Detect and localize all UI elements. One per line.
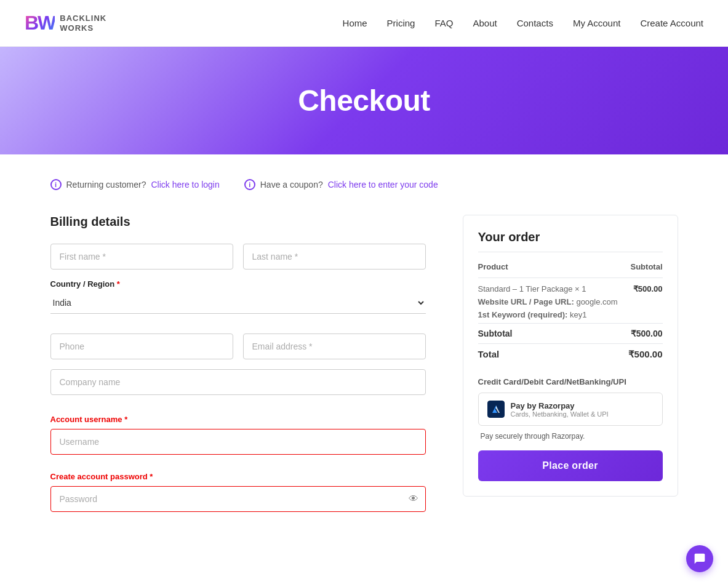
order-title: Your order — [478, 230, 663, 252]
nav-my-account[interactable]: My Account — [573, 18, 621, 28]
returning-text: Returning customer? — [66, 180, 146, 190]
nav-links: Home Pricing FAQ About Contacts My Accou… — [343, 18, 703, 29]
country-select[interactable]: India — [50, 292, 426, 314]
country-label: Country / Region * — [50, 279, 426, 289]
password-group: Create account password * 👁 — [50, 467, 426, 512]
first-name-group — [50, 244, 233, 270]
subtotal-label: Subtotal — [478, 329, 513, 338]
navbar: BW BACKLINK WORKS Home Pricing FAQ About… — [0, 0, 728, 47]
nav-pricing[interactable]: Pricing — [387, 18, 415, 28]
subtotal-value: ₹500.00 — [631, 329, 663, 338]
payment-label: Credit Card/Debit Card/NetBanking/UPI — [478, 377, 663, 386]
total-row: Total ₹500.00 — [478, 343, 663, 365]
billing-section: Billing details Country / Region * India — [50, 215, 426, 512]
place-order-button[interactable]: Place order — [478, 450, 663, 481]
email-group — [243, 333, 426, 359]
keyword-row: 1st Keyword (required): key1 — [478, 310, 663, 319]
page-title: Checkout — [298, 84, 430, 118]
first-name-input[interactable] — [50, 244, 233, 270]
pay-secure-text: Pay securely through Razorpay. — [478, 432, 663, 441]
billing-title: Billing details — [50, 215, 426, 229]
info-bars: i Returning customer? Click here to logi… — [50, 179, 678, 190]
website-url-row: Website URL / Page URL: google.com — [478, 297, 663, 306]
total-value: ₹500.00 — [628, 349, 663, 360]
username-group: Account username * — [50, 410, 426, 455]
order-box: Your order Product Subtotal Standard – 1… — [463, 215, 678, 497]
payment-section: Credit Card/Debit Card/NetBanking/UPI Pa… — [478, 377, 663, 481]
col-product: Product — [478, 262, 508, 271]
info-icon-returning: i — [50, 179, 62, 190]
col-subtotal: Subtotal — [631, 262, 663, 271]
website-url-label: Website URL / Page URL: google.com — [478, 297, 618, 306]
logo-text: BACKLINK WORKS — [60, 14, 106, 33]
razorpay-icon — [487, 401, 505, 418]
nav-contacts[interactable]: Contacts — [517, 18, 553, 28]
nav-faq[interactable]: FAQ — [434, 18, 453, 28]
logo-icon: BW — [25, 12, 55, 34]
svg-rect-0 — [487, 401, 505, 418]
product-price: ₹500.00 — [633, 284, 663, 294]
phone-group — [50, 333, 233, 359]
password-label: Create account password * — [50, 472, 426, 481]
total-label: Total — [478, 349, 500, 360]
product-name: Standard – 1 Tier Package × 1 — [478, 284, 586, 294]
razorpay-info: Pay by Razorpay Cards, Netbanking, Walle… — [511, 401, 609, 418]
toggle-password-icon[interactable]: 👁 — [409, 493, 418, 505]
nav-create-account[interactable]: Create Account — [640, 18, 703, 28]
contact-row — [50, 333, 426, 359]
product-row: Standard – 1 Tier Package × 1 ₹500.00 — [478, 284, 663, 294]
company-group — [50, 369, 426, 395]
nav-about[interactable]: About — [473, 18, 497, 28]
razorpay-box: Pay by Razorpay Cards, Netbanking, Walle… — [478, 393, 663, 426]
coupon-link[interactable]: Click here to enter your code — [328, 180, 438, 190]
email-input[interactable] — [243, 333, 426, 359]
company-input[interactable] — [50, 369, 426, 395]
hero-banner: Checkout — [0, 47, 728, 154]
name-row — [50, 244, 426, 270]
order-table-header: Product Subtotal — [478, 262, 663, 278]
returning-customer-bar: i Returning customer? Click here to logi… — [50, 179, 220, 190]
username-label: Account username * — [50, 415, 426, 424]
main-content: i Returning customer? Click here to logi… — [26, 154, 703, 549]
keyword-label: 1st Keyword (required): key1 — [478, 310, 587, 319]
subtotal-row: Subtotal ₹500.00 — [478, 323, 663, 343]
login-link[interactable]: Click here to login — [151, 180, 219, 190]
info-icon-coupon: i — [244, 179, 255, 190]
razorpay-title: Pay by Razorpay — [511, 401, 609, 410]
nav-home[interactable]: Home — [343, 18, 367, 28]
password-input[interactable] — [50, 486, 426, 512]
checkout-columns: Billing details Country / Region * India — [50, 215, 678, 512]
order-section: Your order Product Subtotal Standard – 1… — [463, 215, 678, 497]
razorpay-subtitle: Cards, Netbanking, Wallet & UPI — [511, 410, 609, 418]
coupon-bar: i Have a coupon? Click here to enter you… — [244, 179, 438, 190]
coupon-text: Have a coupon? — [260, 180, 323, 190]
last-name-input[interactable] — [243, 244, 426, 270]
logo[interactable]: BW BACKLINK WORKS — [25, 12, 106, 34]
phone-input[interactable] — [50, 333, 233, 359]
username-input[interactable] — [50, 429, 426, 455]
last-name-group — [243, 244, 426, 270]
country-group: Country / Region * India — [50, 279, 426, 324]
